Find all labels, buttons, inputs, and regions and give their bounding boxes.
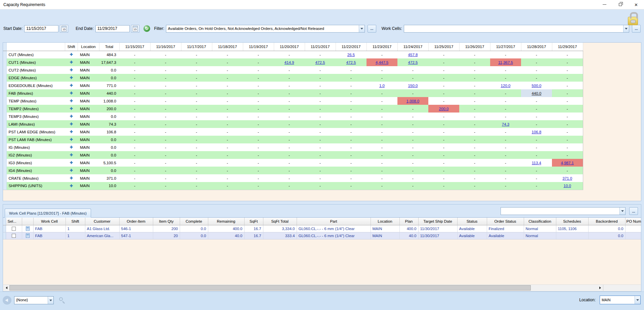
plan-column-header[interactable]: Order-Item <box>119 218 153 225</box>
column-header-shift[interactable]: Shift <box>65 43 78 51</box>
end-date-calendar-button[interactable]: 15 <box>131 25 139 33</box>
capacity-row[interactable]: LAMI (Minutes)✚MAIN74.3------------74.3-… <box>3 120 583 128</box>
end-date-input[interactable] <box>95 25 130 32</box>
plan-column-header[interactable]: Location <box>371 218 399 225</box>
column-header-date[interactable]: 11/23/2017 <box>367 43 397 51</box>
work-cells-more-button[interactable]: ... <box>632 25 641 33</box>
plan-column-header[interactable]: Backordered <box>588 218 625 225</box>
row-select-checkbox[interactable] <box>12 234 16 238</box>
capacity-value-link[interactable]: 26.5 <box>347 53 355 57</box>
plus-icon[interactable]: ✚ <box>70 184 73 188</box>
column-header-date[interactable]: 11/15/2017 <box>119 43 150 51</box>
capacity-cell[interactable]: 4,987.1 <box>552 159 583 167</box>
capacity-row[interactable]: CRATE (Minutes)✚MAIN371.0--------------3… <box>3 174 583 182</box>
restore-button[interactable] <box>612 0 628 9</box>
plus-icon[interactable]: ✚ <box>70 168 73 172</box>
capacity-value-link[interactable]: 1.0 <box>379 84 385 88</box>
chevron-down-icon[interactable] <box>635 296 640 304</box>
capacity-row[interactable]: EDGEDOUBLE (Minutes)✚MAIN771.0--------1.… <box>3 82 583 89</box>
capacity-row[interactable]: TEMP2 (Minutes)✚MAIN200.0----------200.0… <box>3 105 583 113</box>
capacity-value-link[interactable]: 371.0 <box>562 176 572 180</box>
capacity-cell[interactable]: 440.0 <box>521 89 552 97</box>
plan-column-header[interactable]: Sel... <box>6 218 22 225</box>
capacity-value-link[interactable]: 4,987.1 <box>561 161 574 165</box>
capacity-row[interactable]: SHIPPING (UNITS)✚MAIN10.0--------------1… <box>3 182 583 190</box>
plan-column-header[interactable]: Complete <box>180 218 208 225</box>
plus-icon[interactable]: ✚ <box>70 114 73 118</box>
plan-row[interactable]: FAB1American Gla...547-1200.040.016.7333… <box>3 232 641 239</box>
start-date-calendar-button[interactable]: 15 <box>60 25 68 33</box>
capacity-row[interactable]: IG3 (Minutes)✚MAIN5,100.5-------------11… <box>3 159 583 167</box>
capacity-value-link[interactable]: 414.9 <box>285 60 294 64</box>
scrollbar-thumb[interactable] <box>9 285 531 291</box>
chevron-down-icon[interactable] <box>623 25 629 32</box>
plan-column-header[interactable]: Order Status <box>487 218 524 225</box>
capacity-cell[interactable]: 371.0 <box>552 174 583 182</box>
plan-column-header[interactable]: Work Cell <box>33 218 66 225</box>
capacity-cell[interactable]: 1.0 <box>367 82 397 89</box>
column-header-total[interactable]: Total <box>99 43 119 51</box>
scroll-right-button[interactable] <box>597 285 603 291</box>
capacity-row[interactable]: PST LAMI FAB (Minutes)✚MAIN0.0----------… <box>3 136 583 143</box>
plans-more-button[interactable]: ... <box>629 207 638 215</box>
work-cells-dropdown[interactable] <box>404 25 629 33</box>
column-header-date[interactable]: 11/26/2017 <box>459 43 490 51</box>
chevron-down-icon[interactable] <box>359 25 364 32</box>
column-header-date[interactable]: 11/18/2017 <box>212 43 243 51</box>
capacity-cell[interactable]: 74.3 <box>490 120 521 128</box>
tab-work-cell-plans[interactable]: Work Cell Plans [11/28/2017] - FAB (Minu… <box>5 209 91 218</box>
plan-column-header[interactable]: SqFt <box>244 218 263 225</box>
capacity-value-link[interactable]: 440.0 <box>532 91 542 95</box>
filter-dropdown[interactable]: Available Orders, On Hold Orders, Not Ac… <box>166 25 365 33</box>
plus-icon[interactable]: ✚ <box>70 83 73 87</box>
capacity-row[interactable]: CUT (Minutes)✚MAIN484.3-------26.5-457.8… <box>3 51 583 58</box>
capacity-cell[interactable]: 120.0 <box>490 82 521 89</box>
column-header-date[interactable]: 11/28/2017 <box>521 43 552 51</box>
capacity-cell[interactable]: 4,447.5 <box>367 58 397 66</box>
plan-column-header[interactable]: Schedules <box>556 218 588 225</box>
column-header-workcell[interactable] <box>6 43 65 51</box>
capacity-cell[interactable]: 457.8 <box>397 51 428 58</box>
capacity-value-link[interactable]: 1,008.0 <box>406 99 419 103</box>
capacity-cell[interactable]: 1,008.0 <box>397 97 428 105</box>
horizontal-scrollbar[interactable] <box>3 284 641 291</box>
plus-icon[interactable]: ✚ <box>70 106 73 110</box>
capacity-cell[interactable]: 500.0 <box>521 82 552 89</box>
capacity-row[interactable]: CUT2 (Minutes)✚MAIN0.0--------------- <box>3 66 583 74</box>
capacity-value-link[interactable]: 457.8 <box>408 53 418 57</box>
column-header-date[interactable]: 11/20/2017 <box>274 43 305 51</box>
plan-column-header[interactable]: Shift <box>66 218 85 225</box>
capacity-cell[interactable]: 414.9 <box>274 58 305 66</box>
plus-icon[interactable]: ✚ <box>70 145 73 149</box>
plan-detail-icon[interactable] <box>26 233 30 238</box>
plus-icon[interactable]: ✚ <box>70 137 73 141</box>
filter-more-button[interactable]: ... <box>368 25 376 33</box>
capacity-cell[interactable]: 106.8 <box>521 128 552 136</box>
location-dropdown[interactable]: MAIN <box>600 296 641 304</box>
capacity-value-link[interactable]: 113.4 <box>532 161 541 165</box>
back-icon[interactable] <box>3 296 11 305</box>
plus-icon[interactable]: ✚ <box>70 68 73 72</box>
plus-icon[interactable]: ✚ <box>70 60 73 64</box>
capacity-value-link[interactable]: 472.5 <box>346 60 356 64</box>
column-header-date[interactable]: 11/16/2017 <box>150 43 181 51</box>
capacity-cell[interactable]: 150.0 <box>397 82 428 89</box>
plan-column-header[interactable]: Customer <box>85 218 119 225</box>
plus-icon[interactable]: ✚ <box>70 176 73 180</box>
plan-column-header[interactable]: Item Qty <box>153 218 180 225</box>
capacity-cell[interactable]: 26.5 <box>336 51 367 58</box>
refresh-icon[interactable] <box>143 25 150 32</box>
capacity-value-link[interactable]: 472.5 <box>408 60 418 64</box>
plans-filter-dropdown[interactable] <box>501 207 626 215</box>
capacity-value-link[interactable]: 120.0 <box>501 84 511 88</box>
capacity-cell[interactable]: 200.0 <box>428 105 459 113</box>
capacity-row[interactable]: IG (Minutes)✚MAIN0.0--------------- <box>3 143 583 151</box>
capacity-value-link[interactable]: 500.0 <box>532 84 542 88</box>
column-header-date[interactable]: 11/27/2017 <box>490 43 521 51</box>
scrollbar-track[interactable] <box>531 285 597 291</box>
chevron-down-icon[interactable] <box>619 208 625 215</box>
start-date-input[interactable] <box>24 25 58 32</box>
plan-detail-icon[interactable] <box>26 226 30 231</box>
column-header-date[interactable]: 11/24/2017 <box>397 43 428 51</box>
capacity-row[interactable]: FAB (Minutes)✚MAIN440.0-------------440.… <box>3 89 583 97</box>
